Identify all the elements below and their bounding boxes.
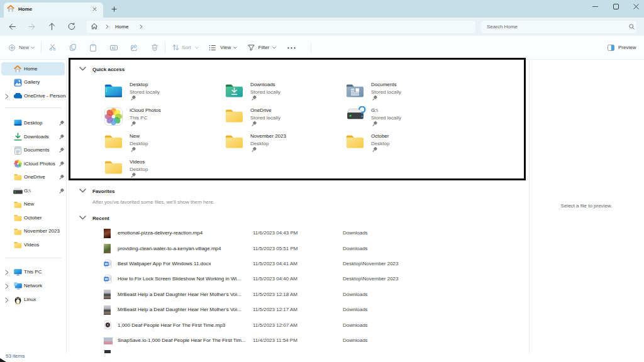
svg-text:W: W [104, 277, 108, 281]
svg-text:W: W [104, 262, 108, 266]
